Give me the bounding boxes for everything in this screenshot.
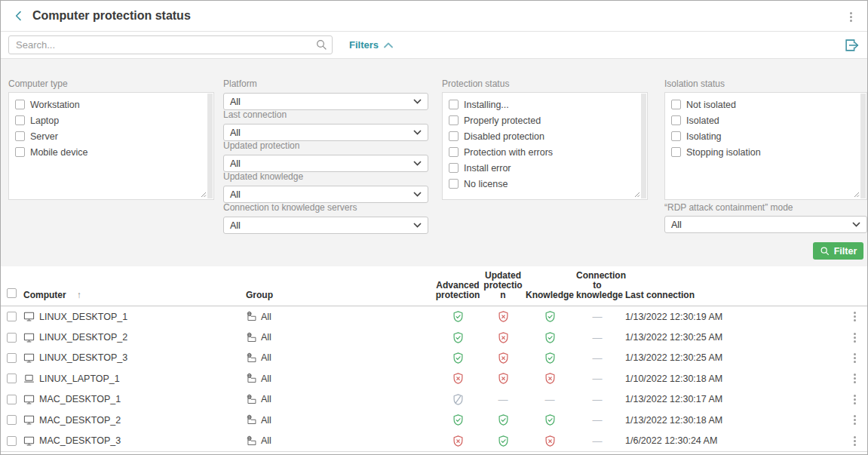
group-cell[interactable]: All — [244, 394, 434, 405]
shield-ok-icon — [497, 435, 510, 447]
row-menu-button[interactable] — [842, 331, 867, 344]
scrollbar-track[interactable] — [207, 94, 213, 198]
desktop-icon — [23, 332, 35, 343]
checkbox[interactable] — [671, 131, 681, 141]
row-menu-button[interactable] — [842, 435, 867, 447]
checkbox[interactable] — [449, 163, 459, 173]
group-column-header: Group — [244, 291, 434, 306]
rdp-mode-label: “RDP attack containment” mode — [664, 203, 867, 213]
platform-label: Platform — [223, 79, 428, 89]
knowledge-status: — — [524, 394, 575, 405]
row-checkbox[interactable] — [7, 415, 17, 425]
row-menu-button[interactable] — [842, 393, 867, 406]
row-checkbox[interactable] — [7, 436, 17, 446]
platform-select[interactable]: All — [223, 93, 428, 110]
shield-ok-icon — [544, 310, 557, 323]
computer-cell[interactable]: MAC_DESKTOP_1 — [22, 394, 244, 405]
shield-ok-icon — [452, 331, 465, 344]
back-button[interactable] — [11, 8, 26, 23]
checkbox[interactable] — [449, 131, 459, 141]
row-menu-button[interactable] — [842, 310, 867, 323]
filter-option-disabled-protection[interactable]: Disabled protection — [449, 130, 636, 143]
resize-grip-icon[interactable] — [854, 192, 860, 198]
search-input[interactable] — [8, 35, 333, 54]
table-row: LINUX_DESKTOP_1All—1/13/2022 12:30:19 AM — [1, 306, 867, 327]
computer-cell[interactable]: MAC_DESKTOP_2 — [22, 414, 244, 426]
filter-option-workstation[interactable]: Workstation — [15, 98, 203, 111]
kebab-icon — [854, 393, 856, 406]
search-icon — [315, 38, 327, 51]
filter-button[interactable]: Filter — [813, 242, 863, 260]
updated-protection-select[interactable]: All — [223, 155, 428, 172]
row-checkbox-cell — [1, 353, 22, 363]
header-menu-button[interactable] — [842, 7, 860, 26]
resize-grip-icon[interactable] — [634, 192, 640, 198]
group-cell[interactable]: All — [244, 435, 434, 447]
checkbox[interactable] — [15, 115, 25, 125]
filter-option-no-license[interactable]: No license — [449, 177, 636, 190]
scrollbar-track[interactable] — [641, 94, 646, 198]
group-cell[interactable]: All — [244, 332, 434, 343]
updated-knowledge-select[interactable]: All — [223, 186, 428, 203]
group-cell[interactable]: All — [244, 352, 434, 364]
row-checkbox[interactable] — [7, 353, 17, 363]
row-menu-button[interactable] — [842, 372, 867, 385]
export-button[interactable] — [842, 35, 861, 55]
filter-option-install-error[interactable]: Install error — [449, 161, 636, 174]
desktop-icon — [23, 435, 35, 447]
checkbox[interactable] — [15, 131, 25, 141]
sort-ascending-icon[interactable]: ↑ — [77, 291, 81, 300]
protection-status-listbox: Installing...Properly protectedDisabled … — [442, 92, 648, 200]
resize-grip-icon[interactable] — [201, 192, 207, 198]
row-checkbox[interactable] — [7, 374, 17, 383]
checkbox[interactable] — [671, 115, 681, 125]
computer-cell[interactable]: LINUX_LAPTOP_1 — [22, 373, 244, 384]
checkbox[interactable] — [15, 100, 25, 109]
group-cell[interactable]: All — [244, 414, 434, 426]
filter-option-stopping-isolation[interactable]: Stopping isolation — [671, 146, 856, 158]
knowledge-servers-select[interactable]: All — [223, 217, 428, 234]
computer-cell[interactable]: LINUX_DESKTOP_2 — [22, 332, 244, 343]
group-cell[interactable]: All — [244, 373, 434, 384]
chevron-down-icon — [413, 99, 422, 104]
row-menu-button[interactable] — [842, 413, 867, 426]
checkbox[interactable] — [449, 100, 459, 109]
filter-option-protection-with-errors[interactable]: Protection with errors — [449, 146, 636, 158]
row-menu-button[interactable] — [842, 352, 867, 364]
knowledge-status — [524, 331, 575, 344]
filter-option-isolating[interactable]: Isolating — [671, 130, 856, 143]
rdp-mode-select[interactable]: All — [664, 216, 867, 233]
row-checkbox[interactable] — [7, 395, 17, 404]
filter-option-server[interactable]: Server — [15, 130, 203, 143]
checkbox[interactable] — [15, 147, 25, 157]
computer-column-header[interactable]: Computer ↑ — [22, 291, 244, 306]
filter-button-label: Filter — [834, 246, 857, 257]
checkbox[interactable] — [671, 100, 681, 109]
shield-error-icon — [497, 331, 510, 344]
checkbox[interactable] — [449, 179, 459, 189]
scrollbar-track[interactable] — [860, 94, 866, 198]
last-connection-select[interactable]: All — [223, 124, 428, 141]
checkbox[interactable] — [449, 147, 459, 157]
computer-cell[interactable]: LINUX_DESKTOP_1 — [22, 311, 244, 322]
checkbox[interactable] — [449, 115, 459, 125]
row-checkbox-cell — [1, 415, 22, 425]
updated-knowledge-value: All — [230, 189, 241, 200]
checkbox[interactable] — [671, 147, 681, 157]
filter-option-isolated[interactable]: Isolated — [671, 114, 856, 127]
computer-cell[interactable]: MAC_DESKTOP_3 — [22, 435, 244, 447]
computer-cell[interactable]: LINUX_DESKTOP_3 — [22, 352, 244, 364]
last-connection: 1/13/2022 12:30:17 AM — [619, 394, 842, 404]
filter-option-not-isolated[interactable]: Not isolated — [671, 98, 856, 111]
filter-option-mobile-device[interactable]: Mobile device — [15, 146, 203, 158]
row-checkbox[interactable] — [7, 333, 17, 343]
row-checkbox[interactable] — [7, 312, 17, 321]
filter-option-laptop[interactable]: Laptop — [15, 114, 203, 127]
filter-option-properly-protected[interactable]: Properly protected — [449, 114, 636, 127]
select-all-checkbox[interactable] — [7, 288, 17, 298]
filters-toggle[interactable]: Filters — [349, 39, 393, 51]
group-cell[interactable]: All — [244, 311, 434, 322]
table-body: LINUX_DESKTOP_1All—1/13/2022 12:30:19 AM… — [1, 306, 867, 452]
filter-option-installing[interactable]: Installing... — [449, 98, 636, 111]
shield-ok-icon — [452, 352, 465, 364]
